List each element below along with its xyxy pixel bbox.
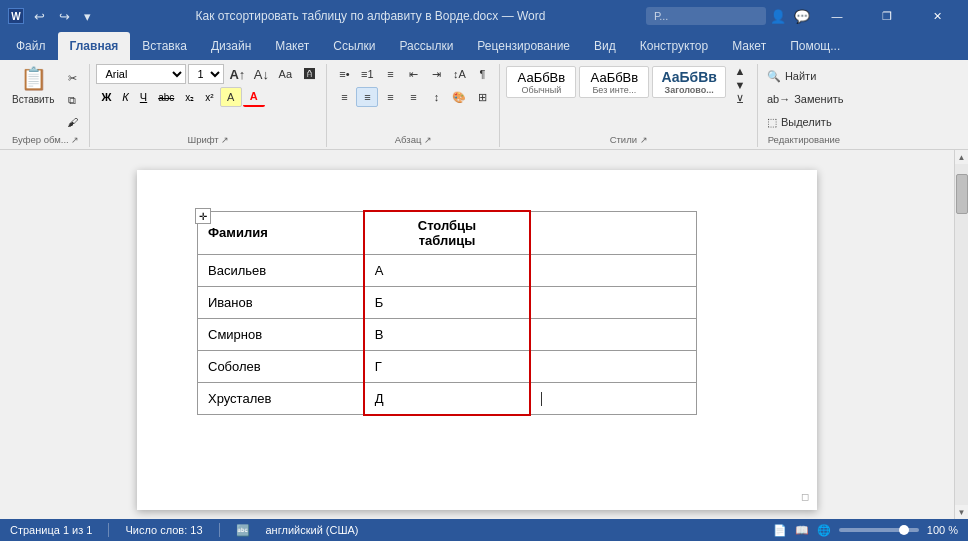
document-scroll-wrapper: ✛ Фамилия Столбцытаблицы Васильев А [0, 150, 968, 519]
cell-row3-col3 [530, 319, 696, 351]
zoom-level[interactable]: 100 % [927, 524, 958, 536]
tab-mailings[interactable]: Рассылки [388, 32, 466, 60]
tab-references[interactable]: Ссылки [321, 32, 387, 60]
find-button[interactable]: 🔍Найти [764, 66, 844, 86]
resize-handle[interactable]: ◻ [801, 491, 809, 502]
paragraph-label: Абзац ↗ [395, 134, 432, 145]
tab-home[interactable]: Главная [58, 32, 131, 60]
decrease-indent-button[interactable]: ⇤ [402, 64, 424, 84]
restore-button[interactable]: ❐ [864, 0, 910, 32]
style-nospacer-button[interactable]: АаБбВв Без инте... [579, 66, 649, 98]
cell-row3-col2: В [364, 319, 530, 351]
header-col3 [530, 211, 696, 255]
styles-expand-button[interactable]: ⊻ [729, 92, 751, 107]
zoom-thumb[interactable] [899, 525, 909, 535]
close-button[interactable]: ✕ [914, 0, 960, 32]
style-heading-preview: АаБбВв [661, 69, 717, 85]
highlight-button[interactable]: A [220, 87, 242, 107]
header-col1: Фамилия [198, 211, 364, 255]
para-buttons: ≡• ≡1 ≡ ⇤ ⇥ ↕A ¶ ≡ ≡ ≡ ≡ ↕ 🎨 ⊞ [333, 64, 493, 107]
style-nospacer-name: Без инте... [592, 85, 636, 95]
title-search-input[interactable] [646, 7, 766, 25]
shading-button[interactable]: 🎨 [448, 87, 470, 107]
paste-button[interactable]: 📋 Вставить [8, 64, 58, 124]
style-normal-name: Обычный [522, 85, 562, 95]
cell-row5-col3[interactable] [530, 383, 696, 415]
tab-insert[interactable]: Вставка [130, 32, 199, 60]
style-heading-button[interactable]: АаБбВв Заголово... [652, 66, 726, 98]
multilevel-button[interactable]: ≡ [379, 64, 401, 84]
underline-button[interactable]: Ч [135, 87, 152, 107]
grow-font-button[interactable]: A↑ [226, 64, 248, 84]
undo-button[interactable]: ↩ [30, 7, 49, 26]
tab-layout2[interactable]: Макет [720, 32, 778, 60]
bold-button[interactable]: Ж [96, 87, 116, 107]
show-marks-button[interactable]: ¶ [471, 64, 493, 84]
sort-button[interactable]: ↕A [448, 64, 470, 84]
superscript-button[interactable]: x² [200, 87, 218, 107]
cell-row4-col1: Соболев [198, 351, 364, 383]
shrink-font-button[interactable]: A↓ [250, 64, 272, 84]
bullets-button[interactable]: ≡• [333, 64, 355, 84]
user-icon[interactable]: 👤 [770, 9, 786, 24]
font-label: Шрифт ↗ [187, 134, 229, 145]
view-normal-icon[interactable]: 📄 [773, 524, 787, 537]
tab-view[interactable]: Вид [582, 32, 628, 60]
right-scrollbar: ▲ ▼ [954, 150, 968, 519]
language-info: английский (США) [266, 524, 359, 536]
scroll-thumb[interactable] [956, 174, 968, 214]
scroll-down-button[interactable]: ▼ [955, 505, 969, 519]
tab-design[interactable]: Дизайн [199, 32, 263, 60]
replace-button[interactable]: ab→Заменить [764, 89, 844, 109]
style-normal-button[interactable]: АаБбВв Обычный [506, 66, 576, 98]
increase-indent-button[interactable]: ⇥ [425, 64, 447, 84]
share-icon[interactable]: 💬 [794, 9, 810, 24]
format-painter-button[interactable]: 🖌 [61, 112, 83, 132]
tab-layout[interactable]: Макет [263, 32, 321, 60]
paste-label: Вставить [12, 94, 54, 105]
font-name-select[interactable]: Arial [96, 64, 186, 84]
minimize-button[interactable]: — [814, 0, 860, 32]
para-row1: ≡• ≡1 ≡ ⇤ ⇥ ↕A ¶ [333, 64, 493, 84]
view-web-icon[interactable]: 🌐 [817, 524, 831, 537]
copy-button[interactable]: ⧉ [61, 90, 83, 110]
tab-help[interactable]: Помощ... [778, 32, 852, 60]
strikethrough-button[interactable]: abc [153, 87, 179, 107]
quick-access-button[interactable]: ▾ [80, 7, 95, 26]
align-left-button[interactable]: ≡ [333, 87, 355, 107]
cell-row2-col3 [530, 287, 696, 319]
table-row: Соболев Г [198, 351, 697, 383]
view-reading-icon[interactable]: 📖 [795, 524, 809, 537]
align-center-button[interactable]: ≡ [356, 87, 378, 107]
tab-review[interactable]: Рецензирование [465, 32, 582, 60]
select-button[interactable]: ⬚Выделить [764, 112, 844, 132]
styles-up-button[interactable]: ▲ [729, 64, 751, 78]
table-move-handle[interactable]: ✛ [195, 208, 211, 224]
ribbon-group-styles: АаБбВв Обычный АаБбВв Без инте... АаБбВв… [502, 64, 758, 147]
justify-button[interactable]: ≡ [402, 87, 424, 107]
scroll-up-button[interactable]: ▲ [955, 150, 969, 164]
cut-button[interactable]: ✂ [61, 68, 83, 88]
italic-button[interactable]: К [117, 87, 133, 107]
align-right-button[interactable]: ≡ [379, 87, 401, 107]
zoom-slider[interactable] [839, 528, 919, 532]
clear-format-button[interactable]: 🅰 [298, 64, 320, 84]
styles-down-button[interactable]: ▼ [729, 78, 751, 92]
change-case-button[interactable]: Аа [274, 64, 296, 84]
numbering-button[interactable]: ≡1 [356, 64, 378, 84]
line-spacing-button[interactable]: ↕ [425, 87, 447, 107]
subscript-button[interactable]: x₂ [180, 87, 199, 107]
styles-navigation: ▲ ▼ ⊻ [729, 64, 751, 100]
tab-constructor[interactable]: Конструктор [628, 32, 720, 60]
status-sep2 [219, 523, 220, 537]
word-icon: W [8, 8, 24, 24]
font-color-button[interactable]: A [243, 87, 265, 107]
borders-button[interactable]: ⊞ [471, 87, 493, 107]
redo-button[interactable]: ↪ [55, 7, 74, 26]
document-scroll-content[interactable]: ✛ Фамилия Столбцытаблицы Васильев А [0, 150, 954, 519]
font-size-select[interactable]: 12 [188, 64, 224, 84]
word-count: Число слов: 13 [125, 524, 202, 536]
ribbon-group-editing: 🔍Найти ab→Заменить ⬚Выделить Редактирова… [760, 64, 850, 147]
cell-row4-col2: Г [364, 351, 530, 383]
tab-file[interactable]: Файл [4, 32, 58, 60]
